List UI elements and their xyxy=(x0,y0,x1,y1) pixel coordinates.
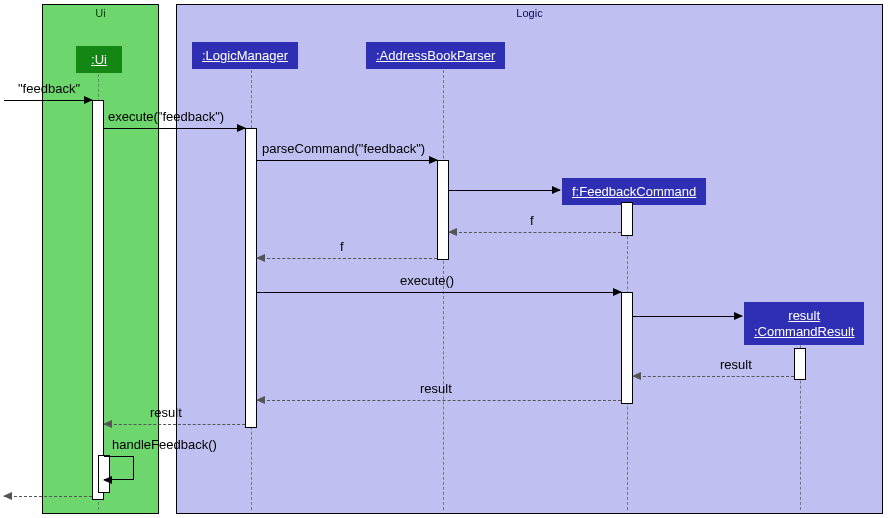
activation-command-result xyxy=(794,348,806,380)
activation-feedback-command-create xyxy=(621,202,633,236)
msg-ui-self-loop xyxy=(104,456,134,480)
msg-lm-execute-to-fc-label: execute() xyxy=(400,273,454,290)
activation-logic-manager xyxy=(245,128,257,428)
msg-external-to-ui-label: "feedback" xyxy=(18,81,80,98)
lifeline-address-book-parser xyxy=(443,70,444,510)
activation-feedback-command-execute xyxy=(621,292,633,404)
participant-command-result: result :CommandResult xyxy=(744,302,864,345)
participant-command-result-line2: :CommandResult xyxy=(754,324,854,339)
region-logic-label: Logic xyxy=(516,7,542,19)
msg-lm-to-ap-label: parseCommand("feedback") xyxy=(262,141,425,158)
msg-fc-create-cr xyxy=(633,316,742,317)
msg-ap-return-f-to-lm-label: f xyxy=(340,239,344,256)
msg-ui-self-label: handleFeedback() xyxy=(112,437,217,454)
msg-cr-return-result-to-fc xyxy=(633,376,794,377)
msg-lm-return-result-to-ui-label: result xyxy=(150,405,182,422)
msg-fc-return-f-to-ap xyxy=(449,232,621,233)
msg-fc-return-result-to-lm-label: result xyxy=(420,381,452,398)
msg-lm-to-ap xyxy=(257,160,437,161)
msg-ui-to-lm-label: execute("feedback") xyxy=(108,109,224,126)
activation-ui xyxy=(92,100,104,500)
msg-external-to-ui xyxy=(4,100,92,101)
region-logic: Logic xyxy=(176,4,883,514)
sequence-diagram: Ui Logic :Ui :LogicManager :AddressBookP… xyxy=(0,0,890,518)
participant-ui: :Ui xyxy=(76,46,122,73)
msg-ap-return-f-to-lm xyxy=(257,258,437,259)
participant-address-book-parser: :AddressBookParser xyxy=(366,42,505,69)
region-ui-label: Ui xyxy=(95,7,105,19)
msg-fc-return-result-to-lm xyxy=(257,400,621,401)
msg-ui-return-external xyxy=(4,496,92,497)
participant-feedback-command: f:FeedbackCommand xyxy=(562,178,706,205)
msg-lm-execute-to-fc xyxy=(257,292,621,293)
msg-fc-return-f-to-ap-label: f xyxy=(530,213,534,230)
participant-logic-manager: :LogicManager xyxy=(192,42,298,69)
msg-ap-create-fc xyxy=(449,190,560,191)
msg-cr-return-result-to-fc-label: result xyxy=(720,357,752,374)
participant-command-result-line1: result xyxy=(788,308,820,323)
msg-lm-return-result-to-ui xyxy=(104,424,245,425)
msg-ui-to-lm xyxy=(104,128,245,129)
activation-address-book-parser xyxy=(437,160,449,260)
